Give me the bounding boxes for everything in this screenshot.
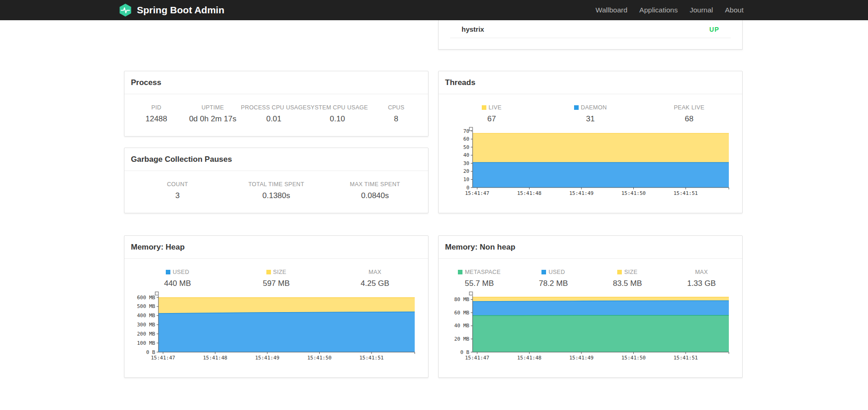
stat-system-cpu-usage: SYSTEM CPU USAGE 0.10: [307, 104, 368, 124]
memory-nonheap-card: Memory: Non heap METASPACE 55.7 MB USED …: [438, 235, 743, 378]
nav-item-applications[interactable]: Applications: [633, 6, 684, 14]
metaspace-legend-swatch: [458, 270, 462, 274]
process-card-title: Process: [124, 71, 428, 94]
stat-nonheap-size: SIZE 83.5 MB: [591, 269, 665, 288]
navbar-menu: Wallboard Applications Journal About: [590, 6, 744, 14]
heap-stats: USED 440 MB SIZE 597 MB MAX 4.25 GB: [124, 259, 428, 288]
stat-gc-max-time: MAX TIME SPENT 0.0840s: [326, 181, 424, 200]
svg-text:0 B: 0 B: [460, 349, 469, 355]
svg-text:0: 0: [466, 185, 469, 191]
svg-text:200 MB: 200 MB: [137, 331, 155, 337]
stat-live: LIVE 67: [442, 104, 541, 124]
heap-size-legend-swatch: [266, 270, 271, 274]
spring-boot-admin-logo-icon: [118, 3, 132, 17]
svg-text:15:41:48: 15:41:48: [517, 355, 541, 361]
status-badge: UP: [710, 26, 719, 33]
svg-text:100 MB: 100 MB: [137, 340, 155, 346]
threads-stats: LIVE 67 DAEMON 31 PEAK LIVE 68: [439, 94, 742, 124]
svg-text:15:41:47: 15:41:47: [465, 190, 490, 196]
svg-text:10: 10: [463, 177, 469, 182]
stat-nonheap-max: MAX 1.33 GB: [665, 269, 738, 288]
svg-text:400 MB: 400 MB: [137, 313, 155, 319]
health-check-name: hystrix: [462, 25, 484, 33]
svg-text:15:41:48: 15:41:48: [517, 190, 541, 196]
heap-used-legend-swatch: [166, 270, 170, 274]
svg-text:40 MB: 40 MB: [454, 323, 469, 329]
svg-text:20: 20: [463, 168, 469, 174]
svg-text:15:41:48: 15:41:48: [203, 355, 227, 361]
svg-text:15:41:50: 15:41:50: [307, 355, 332, 361]
svg-text:15:41:51: 15:41:51: [674, 190, 698, 196]
live-legend-swatch: [482, 105, 486, 110]
stat-gc-count: COUNT 3: [128, 181, 227, 200]
process-stats: PID 12488 UPTIME 0d 0h 2m 17s PROCESS CP…: [124, 94, 428, 124]
gc-pauses-card: Garbage Collection Pauses COUNT 3 TOTAL …: [124, 148, 428, 213]
svg-text:40: 40: [463, 152, 469, 158]
svg-text:15:41:49: 15:41:49: [569, 190, 594, 196]
nonheap-memory-chart: 0 B20 MB40 MB60 MB80 MB15:41:4715:41:481…: [444, 289, 738, 365]
stat-nonheap-used: USED 78.2 MB: [516, 269, 590, 288]
svg-text:0 B: 0 B: [146, 349, 155, 355]
stat-heap-size: SIZE 597 MB: [227, 269, 326, 288]
threads-card: Threads LIVE 67 DAEMON 31 PEAK LIVE 68 0…: [438, 71, 743, 213]
nav-item-about[interactable]: About: [719, 6, 744, 14]
threads-card-title: Threads: [439, 71, 742, 94]
svg-text:20 MB: 20 MB: [454, 336, 469, 342]
top-navbar: Spring Boot Admin Wallboard Applications…: [0, 0, 868, 20]
svg-text:70: 70: [463, 128, 469, 134]
brand[interactable]: Spring Boot Admin: [118, 3, 225, 17]
svg-text:80 MB: 80 MB: [454, 296, 469, 302]
stat-uptime: UPTIME 0d 0h 2m 17s: [185, 104, 241, 124]
svg-text:15:41:49: 15:41:49: [569, 355, 594, 361]
memory-heap-card: Memory: Heap USED 440 MB SIZE 597 MB MAX…: [124, 235, 428, 378]
stat-process-cpu-usage: PROCESS CPU USAGE 0.01: [241, 104, 307, 124]
heap-memory-chart: 0 B100 MB200 MB300 MB400 MB500 MB600 MB1…: [130, 289, 424, 365]
stat-heap-used: USED 440 MB: [128, 269, 227, 288]
app-title: Spring Boot Admin: [137, 5, 225, 16]
nonheap-size-legend-swatch: [617, 270, 622, 274]
nonheap-card-title: Memory: Non heap: [439, 236, 742, 259]
nav-item-wallboard[interactable]: Wallboard: [590, 6, 633, 14]
stat-daemon: DAEMON 31: [541, 104, 640, 124]
process-card: Process PID 12488 UPTIME 0d 0h 2m 17s PR…: [124, 71, 428, 137]
svg-text:30: 30: [463, 160, 469, 166]
health-status-card: hystrix UP: [438, 20, 743, 50]
svg-text:600 MB: 600 MB: [137, 295, 155, 301]
stat-peak-live: PEAK LIVE 68: [640, 104, 738, 124]
gc-stats: COUNT 3 TOTAL TIME SPENT 0.1380s MAX TIM…: [124, 171, 428, 200]
threads-chart: 01020304050607015:41:4715:41:4815:41:491…: [444, 125, 738, 201]
daemon-legend-swatch: [574, 105, 579, 110]
gc-card-title: Garbage Collection Pauses: [124, 148, 428, 171]
svg-text:15:41:51: 15:41:51: [360, 355, 384, 361]
stat-gc-total-time: TOTAL TIME SPENT 0.1380s: [227, 181, 326, 200]
nonheap-used-legend-swatch: [541, 270, 546, 274]
nav-item-journal[interactable]: Journal: [684, 6, 719, 14]
stat-pid: PID 12488: [128, 104, 185, 124]
nonheap-stats: METASPACE 55.7 MB USED 78.2 MB SIZE 83.5…: [439, 259, 742, 288]
heap-card-title: Memory: Heap: [124, 236, 428, 259]
svg-text:15:41:49: 15:41:49: [255, 355, 280, 361]
stat-cpus: CPUS 8: [368, 104, 424, 124]
svg-text:60 MB: 60 MB: [454, 310, 469, 316]
svg-text:50: 50: [463, 144, 469, 150]
svg-text:15:41:51: 15:41:51: [674, 355, 698, 361]
svg-text:500 MB: 500 MB: [137, 303, 155, 309]
svg-text:60: 60: [463, 136, 469, 142]
stat-heap-max: MAX 4.25 GB: [326, 269, 424, 288]
stat-metaspace: METASPACE 55.7 MB: [442, 269, 516, 288]
svg-text:15:41:47: 15:41:47: [151, 355, 175, 361]
health-check-row: hystrix UP: [450, 20, 731, 38]
svg-text:15:41:50: 15:41:50: [621, 355, 646, 361]
svg-text:15:41:50: 15:41:50: [621, 190, 646, 196]
svg-text:300 MB: 300 MB: [137, 322, 155, 328]
svg-text:15:41:47: 15:41:47: [465, 355, 490, 361]
